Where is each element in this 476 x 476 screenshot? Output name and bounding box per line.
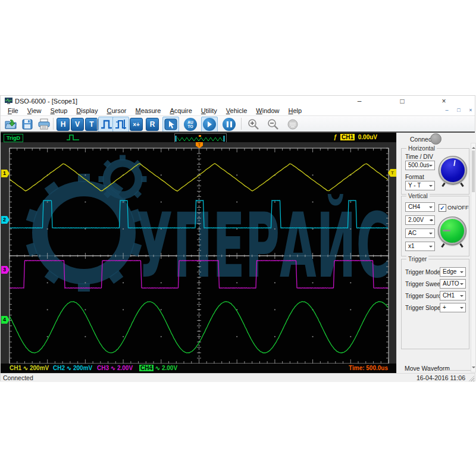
trigger-slope-label: Trigger Slope <box>405 305 441 311</box>
status-bar: Connected 16-04-2016 11:06 <box>1 373 475 382</box>
coupling-icon: ∿ <box>67 365 71 371</box>
trigger-channel-badge: CH1 <box>340 134 355 140</box>
toolbar-separator <box>241 118 242 130</box>
trigger-source-label: Trigger Source <box>405 293 444 299</box>
channel-onoff-checkbox[interactable]: ✓ <box>439 204 446 212</box>
chevron-down-icon <box>429 185 433 189</box>
waveform-preview-bar[interactable] <box>174 133 227 143</box>
trigger-group-title: Trigger <box>406 256 428 262</box>
channel4-readout: CH4 ∿ 2.00V <box>139 365 177 371</box>
spin-down-icon[interactable] <box>430 220 433 223</box>
menu-vehicle[interactable]: Vehicle <box>223 107 250 115</box>
zoom-in-button[interactable] <box>245 117 262 132</box>
graticule-canvas: УПЕРАЙС T <box>1 142 396 364</box>
horizontal-knob[interactable] <box>439 156 467 184</box>
page: DSO-6000 - [Scope1] – □ × File View Setu… <box>0 0 476 476</box>
move-waveform-label: Move Waveform <box>405 365 450 372</box>
menu-utility[interactable]: Utility <box>198 107 221 115</box>
open-button[interactable] <box>2 117 19 132</box>
coupling-select[interactable]: AC <box>405 228 435 238</box>
scrollbar-thumb[interactable] <box>472 151 475 192</box>
vertical-knob[interactable] <box>438 217 466 245</box>
menu-acquire[interactable]: Acquire <box>166 107 195 115</box>
title-bar: DSO-6000 - [Scope1] – □ × <box>1 96 475 107</box>
pulse-indicator-icon <box>67 134 80 140</box>
channel1-readout: CH1 ∿ 200mV <box>10 365 49 371</box>
volts-div-spinner[interactable]: 2.00V <box>405 215 435 225</box>
mdi-restore-button[interactable]: □ <box>454 107 464 113</box>
menu-window[interactable]: Window <box>252 107 283 115</box>
pause-icon <box>223 118 236 131</box>
h-icon: H <box>57 118 70 131</box>
resize-grip[interactable] <box>468 375 474 381</box>
run-button[interactable] <box>201 117 218 132</box>
channel-readout-bar: CH1 ∿ 200mV CH2 ∿ 200mV CH3 ∿ 2.00V CH4 … <box>1 364 396 373</box>
pause-button[interactable] <box>221 117 237 132</box>
print-button[interactable] <box>36 117 52 132</box>
mdi-close-button[interactable]: × <box>466 107 475 113</box>
move-waveform-divider <box>443 370 471 371</box>
knob-pointer <box>443 230 450 231</box>
edge-symbol-icon: ƒ <box>334 134 337 140</box>
time-div-select[interactable]: 500.0us <box>405 161 435 170</box>
channel2-readout: CH2 ∿ 200mV <box>53 365 92 371</box>
menu-cursor[interactable]: Cursor <box>104 107 130 115</box>
connect-indicator-button[interactable] <box>430 133 441 145</box>
toolbar-separator <box>53 118 54 130</box>
coupling-icon: ∿ <box>111 365 115 371</box>
panel-scrollbar[interactable] <box>471 143 476 372</box>
trigger-sweep-select[interactable]: AUTO <box>440 279 466 289</box>
single-pulse-button[interactable] <box>112 117 129 132</box>
trigger-slope-select[interactable]: + <box>440 303 466 312</box>
menu-file[interactable]: File <box>4 107 22 115</box>
chevron-down-icon <box>429 165 433 168</box>
app-icon <box>5 98 13 105</box>
coupling-icon: ∿ <box>155 365 160 371</box>
chevron-down-icon <box>429 246 433 249</box>
play-icon <box>203 118 216 131</box>
chevron-down-icon <box>429 206 433 210</box>
pulse-icon <box>100 118 113 130</box>
knob-pointer <box>453 160 456 166</box>
record-icon <box>286 118 299 130</box>
trigger-mode-select[interactable]: Edge <box>440 267 466 277</box>
channel-select[interactable]: CH4 <box>405 202 435 212</box>
trigger-source-select[interactable]: CH1 <box>440 291 466 300</box>
menu-help[interactable]: Help <box>285 107 306 115</box>
datetime: 16-04-2016 11:06 <box>416 374 465 381</box>
probe-select[interactable]: x1 <box>405 242 435 251</box>
selected-channel-badge: CH4 <box>139 365 154 371</box>
mdi-minimize-button[interactable]: – <box>442 107 452 113</box>
cursor-tool-button[interactable] <box>162 117 179 132</box>
trigger-group: Trigger Trigger Mode Edge Trigger Sweep … <box>401 259 469 349</box>
chevron-down-icon <box>460 283 464 287</box>
chevron-down-icon <box>460 271 464 275</box>
scroll-up-icon[interactable] <box>472 145 475 149</box>
trigger-level-value: 0.00uV <box>358 134 377 140</box>
vertical-group: Vertical CH4 ✓ ON/OFF 2.00V AC x1 <box>401 196 469 256</box>
chevron-down-icon <box>460 295 464 299</box>
toolbar: H V T ×+ R <box>1 115 475 132</box>
save-button[interactable] <box>19 117 36 132</box>
record-button-disabled[interactable] <box>284 117 301 132</box>
open-icon <box>4 118 17 130</box>
format-select[interactable]: Y - T <box>405 181 435 190</box>
menu-display[interactable]: Display <box>73 107 101 115</box>
menu-setup[interactable]: Setup <box>47 107 71 115</box>
menu-measure[interactable]: Measure <box>132 107 165 115</box>
time-div-label: Time / DIV <box>405 154 433 160</box>
minimize-button[interactable]: – <box>350 96 368 106</box>
timebase-readout: Time: 500.0us <box>349 365 388 371</box>
zoom-out-icon <box>267 118 280 130</box>
math-button[interactable]: ×+ <box>128 117 145 132</box>
autoset-button[interactable]: AUTO <box>182 117 199 132</box>
close-button[interactable]: × <box>435 96 453 106</box>
maximize-button[interactable]: □ <box>393 96 411 106</box>
reference-button[interactable]: R <box>144 117 161 132</box>
zoom-out-button[interactable] <box>265 117 281 132</box>
scope-status-strip: TrigD ƒ CH1 0.00uV <box>1 133 396 142</box>
trigger-mode-label: Trigger Mode <box>405 269 440 275</box>
zoom-in-icon <box>247 118 260 130</box>
scroll-down-icon[interactable] <box>472 367 475 370</box>
menu-view[interactable]: View <box>24 107 45 115</box>
